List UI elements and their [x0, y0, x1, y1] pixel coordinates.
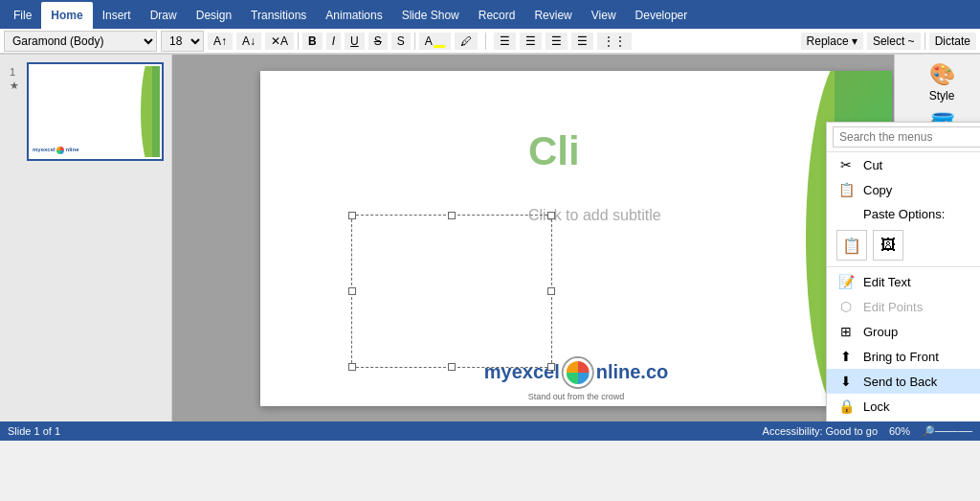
thumb-logo-area: myexcel nline: [33, 147, 141, 154]
slide-count: Slide 1 of 1: [8, 425, 60, 437]
slide-main-text: Cli: [528, 128, 580, 174]
group-label: Group: [863, 325, 898, 339]
clear-format-btn[interactable]: ✕A: [265, 33, 294, 50]
context-paste-section: Paste Options:: [827, 202, 980, 226]
underline-btn[interactable]: U: [345, 33, 365, 50]
tab-developer[interactable]: Developer: [626, 2, 698, 29]
zoom-level: 60%: [889, 425, 910, 438]
strikethrough-btn[interactable]: S: [368, 33, 388, 50]
context-group[interactable]: ⊞ Group ▶: [827, 319, 980, 344]
group-icon: ⊞: [836, 324, 856, 339]
slide-canvas: Cli Click to add subtitle myexcel nline.…: [260, 71, 892, 406]
paste-icon-1[interactable]: 📋: [836, 230, 867, 261]
edit-text-icon: 📝: [836, 274, 856, 289]
columns-btn[interactable]: ⋮⋮: [597, 33, 632, 50]
dictate-btn[interactable]: Dictate: [929, 33, 976, 50]
context-edit-points: ⬡ Edit Points: [827, 294, 980, 319]
copy-icon: 📋: [836, 182, 856, 197]
align-right-btn[interactable]: ☰: [546, 33, 568, 50]
handle-tm[interactable]: [448, 212, 456, 219]
context-bring-to-front[interactable]: ⬆ Bring to Front ▶: [827, 344, 980, 369]
handle-ml[interactable]: [348, 287, 356, 295]
slide-number: 1: [10, 66, 15, 78]
highlight-btn[interactable]: 🖊: [455, 33, 478, 50]
context-link: 🔗 Link ▶: [827, 419, 980, 421]
slides-panel: 1 ★ myexcel nline: [0, 55, 172, 421]
cut-label: Cut: [863, 158, 882, 172]
copy-label: Copy: [863, 183, 892, 197]
lock-label: Lock: [863, 399, 889, 414]
paste-icons: 📋 🖼: [827, 226, 980, 264]
select-btn[interactable]: Select ~: [867, 33, 921, 50]
bring-front-label: Bring to Front: [863, 350, 939, 364]
bold-btn[interactable]: B: [302, 33, 323, 50]
accessibility-status: Accessibility: Good to go: [763, 425, 878, 438]
context-search-area: [827, 123, 980, 152]
tab-record[interactable]: Record: [469, 2, 525, 29]
style-btn[interactable]: 🎨 Style: [899, 58, 980, 106]
selection-box[interactable]: [351, 215, 552, 368]
replace-btn[interactable]: Replace ▾: [801, 33, 863, 50]
tab-home[interactable]: Home: [41, 2, 92, 29]
align-left-btn[interactable]: ☰: [494, 33, 516, 50]
context-search-input[interactable]: [833, 126, 980, 148]
main-area: 1 ★ myexcel nline Cli Clic: [0, 55, 980, 421]
paste-icon-2[interactable]: 🖼: [873, 230, 903, 261]
font-bar: Garamond (Body) 18 A↑ A↓ ✕A B I U S S A …: [0, 29, 980, 54]
thumb-wave: [135, 66, 152, 157]
edit-text-label: Edit Text: [863, 275, 911, 289]
align-center-btn[interactable]: ☰: [520, 33, 542, 50]
handle-mr[interactable]: [547, 287, 555, 295]
tab-draw[interactable]: Draw: [141, 2, 187, 29]
send-back-ctx-icon: ⬇: [836, 374, 856, 389]
logo-icon: [564, 358, 592, 387]
canvas-area: Cli Click to add subtitle myexcel nline.…: [172, 55, 980, 421]
tab-animations[interactable]: Animations: [316, 2, 391, 29]
slide-thumb-content: myexcel nline: [31, 66, 160, 157]
logo-text-right: nline.co: [596, 361, 669, 383]
slide-star: ★: [10, 80, 19, 92]
tab-view[interactable]: View: [582, 2, 626, 29]
tab-insert[interactable]: Insert: [93, 2, 141, 29]
tab-transitions[interactable]: Transitions: [241, 2, 316, 29]
edit-points-icon: ⬡: [836, 299, 856, 314]
handle-bm[interactable]: [448, 363, 456, 371]
italic-btn[interactable]: I: [326, 33, 341, 50]
decrease-font-btn[interactable]: A↓: [236, 33, 261, 50]
shadow-btn[interactable]: S: [391, 33, 411, 50]
handle-tr[interactable]: [547, 212, 555, 219]
context-edit-text[interactable]: 📝 Edit Text: [827, 269, 980, 294]
status-right: Accessibility: Good to go 60% 🔎─────: [763, 425, 972, 438]
bring-front-icon: ⬆: [836, 349, 856, 364]
send-to-back-label: Send to Back: [863, 375, 937, 389]
increase-font-btn[interactable]: A↑: [208, 33, 233, 50]
tab-file[interactable]: File: [4, 2, 41, 29]
tab-slideshow[interactable]: Slide Show: [392, 2, 469, 29]
context-copy[interactable]: 📋 Copy: [827, 177, 980, 202]
handle-tl[interactable]: [348, 212, 356, 219]
handle-bl[interactable]: [348, 363, 356, 371]
font-color-btn[interactable]: A: [419, 33, 451, 50]
font-size-selector[interactable]: 18: [161, 31, 204, 52]
handle-br[interactable]: [547, 363, 555, 371]
status-bar: Slide 1 of 1 Accessibility: Good to go 6…: [0, 421, 980, 441]
font-name-selector[interactable]: Garamond (Body): [4, 31, 157, 52]
lock-icon: 🔒: [836, 399, 856, 414]
tab-design[interactable]: Design: [187, 2, 241, 29]
style-icon: 🎨: [929, 62, 955, 87]
cut-icon: ✂: [836, 157, 856, 172]
context-send-to-back[interactable]: ⬇ Send to Back ▶ ⬇ Send to Back ↓ Send B…: [827, 369, 980, 394]
context-lock[interactable]: 🔒 Lock: [827, 394, 980, 419]
justify-btn[interactable]: ☰: [571, 33, 593, 50]
paste-label: Paste Options:: [863, 207, 945, 221]
edit-points-label: Edit Points: [863, 300, 923, 314]
tab-review[interactable]: Review: [524, 2, 581, 29]
ctx-sep-1: [827, 266, 980, 267]
context-cut[interactable]: ✂ Cut: [827, 152, 980, 177]
logo-tagline: Stand out from the crowd: [528, 392, 625, 401]
slide-thumbnail[interactable]: myexcel nline: [27, 62, 164, 161]
zoom-slider[interactable]: 🔎─────: [922, 425, 972, 438]
ribbon-tabs: File Home Insert Draw Design Transitions…: [0, 0, 980, 29]
style-label: Style: [929, 89, 955, 102]
context-menu: ✂ Cut 📋 Copy Paste Options: 📋 🖼 📝 Edit T…: [826, 122, 980, 421]
